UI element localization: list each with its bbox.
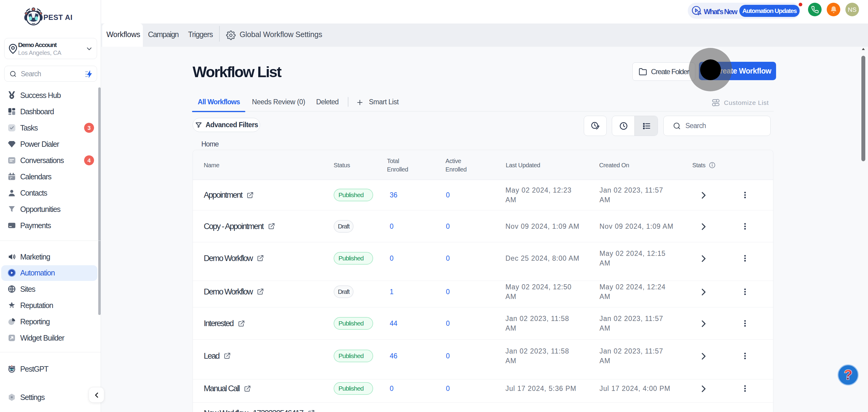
svg-text:?: ? [844, 367, 852, 382]
